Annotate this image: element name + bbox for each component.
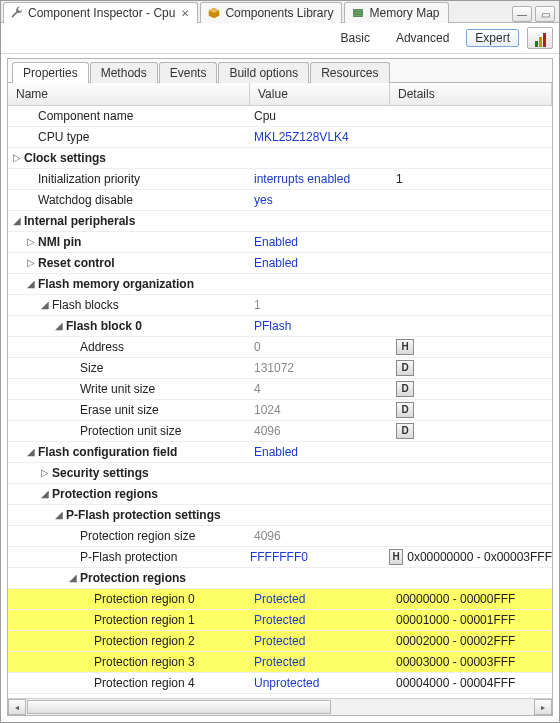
resource-graph-button[interactable]: [527, 27, 553, 49]
property-row[interactable]: ◦Erase unit size1024D: [8, 400, 552, 421]
scroll-right-button[interactable]: ▸: [534, 699, 552, 715]
property-name-cell[interactable]: ◦Size: [8, 358, 250, 378]
property-name-cell[interactable]: ◦Protection region 1: [8, 610, 250, 630]
dec-unit-badge[interactable]: D: [396, 381, 414, 397]
property-name-cell[interactable]: ◢Flash configuration field: [8, 442, 250, 462]
property-name-cell[interactable]: ▷Security settings: [8, 463, 250, 483]
collapse-toggle-icon[interactable]: ◢: [26, 275, 36, 293]
property-name-cell[interactable]: ◦Protection region 0: [8, 589, 250, 609]
property-value-cell[interactable]: Unprotected: [250, 674, 390, 692]
inner-tab-events[interactable]: Events: [159, 62, 218, 83]
property-name-cell[interactable]: ▷NMI pin: [8, 232, 250, 252]
property-value-cell[interactable]: Enabled: [250, 443, 390, 461]
property-name-cell[interactable]: ◢Flash memory organization: [8, 274, 250, 294]
expand-toggle-icon[interactable]: ▷: [40, 464, 50, 482]
property-name-cell[interactable]: ◦Component name: [8, 106, 250, 126]
property-row[interactable]: ◢Flash blocks1: [8, 295, 552, 316]
property-value-cell[interactable]: 4096: [250, 422, 390, 440]
property-row[interactable]: ◦Address0H: [8, 337, 552, 358]
property-row[interactable]: ▷Security settings: [8, 463, 552, 484]
property-row[interactable]: ◦Initialization priorityinterrupts enabl…: [8, 169, 552, 190]
property-value-cell[interactable]: Protected: [250, 590, 390, 608]
property-name-cell[interactable]: ◦Protection region 4: [8, 673, 250, 693]
inner-tab-resources[interactable]: Resources: [310, 62, 389, 83]
scroll-left-button[interactable]: ◂: [8, 699, 26, 715]
property-name-cell[interactable]: ◢Flash blocks: [8, 295, 250, 315]
property-value-cell[interactable]: Enabled: [250, 254, 390, 272]
property-value-cell[interactable]: yes: [250, 191, 390, 209]
property-row[interactable]: ◦Component nameCpu: [8, 106, 552, 127]
property-value-cell[interactable]: Protected: [250, 653, 390, 671]
property-row[interactable]: ◦Write unit size4D: [8, 379, 552, 400]
property-name-cell[interactable]: ◢P-Flash protection settings: [8, 505, 250, 525]
maximize-view-button[interactable]: ▭: [535, 6, 555, 22]
property-name-cell[interactable]: ◦Address: [8, 337, 250, 357]
property-value-cell[interactable]: Protected: [250, 611, 390, 629]
hex-unit-badge[interactable]: H: [389, 549, 403, 565]
property-value-cell[interactable]: FFFFFFF0: [246, 548, 383, 566]
property-value-cell[interactable]: PFlash: [250, 317, 390, 335]
property-name-cell[interactable]: ▷Reset control: [8, 253, 250, 273]
property-name-cell[interactable]: ◢Flash block 0: [8, 316, 250, 336]
property-row[interactable]: ◢P-Flash protection settings: [8, 505, 552, 526]
expand-toggle-icon[interactable]: ▷: [12, 149, 22, 167]
property-row[interactable]: ◢Internal peripherals: [8, 211, 552, 232]
collapse-toggle-icon[interactable]: ◢: [26, 443, 36, 461]
column-header-details[interactable]: Details: [390, 83, 552, 105]
scroll-thumb[interactable]: [27, 700, 331, 714]
property-value-cell[interactable]: Cpu: [250, 107, 390, 125]
horizontal-scrollbar[interactable]: ◂ ▸: [8, 698, 552, 715]
minimize-view-button[interactable]: —: [512, 6, 532, 22]
property-name-cell[interactable]: ◦Watchdog disable: [8, 190, 250, 210]
collapse-toggle-icon[interactable]: ◢: [54, 317, 64, 335]
tab-component-inspector[interactable]: Component Inspector - Cpu ✕: [3, 2, 198, 23]
property-name-cell[interactable]: ◦Protection region 3: [8, 652, 250, 672]
property-name-cell[interactable]: ▷Clock settings: [8, 148, 250, 168]
property-row[interactable]: ◦Watchdog disableyes: [8, 190, 552, 211]
column-header-value[interactable]: Value: [250, 83, 390, 105]
property-row[interactable]: ◢Flash memory organization: [8, 274, 552, 295]
collapse-toggle-icon[interactable]: ◢: [12, 212, 22, 230]
property-name-cell[interactable]: ◦Write unit size: [8, 379, 250, 399]
property-name-cell[interactable]: ◦Protection unit size: [8, 421, 250, 441]
property-row[interactable]: ◦Protection region 4Unprotected00004000 …: [8, 673, 552, 694]
property-row[interactable]: ▷Reset controlEnabled: [8, 253, 552, 274]
property-value-cell[interactable]: 0: [250, 338, 390, 356]
property-row[interactable]: ◦Size131072D: [8, 358, 552, 379]
hex-unit-badge[interactable]: H: [396, 339, 414, 355]
dec-unit-badge[interactable]: D: [396, 360, 414, 376]
property-row[interactable]: ◦Protection region 3Protected00003000 - …: [8, 652, 552, 673]
expand-toggle-icon[interactable]: ▷: [26, 254, 36, 272]
collapse-toggle-icon[interactable]: ◢: [40, 485, 50, 503]
property-value-cell[interactable]: 4096: [250, 527, 390, 545]
property-row[interactable]: ▷Clock settings: [8, 148, 552, 169]
view-mode-expert[interactable]: Expert: [466, 29, 519, 47]
close-icon[interactable]: ✕: [179, 8, 189, 19]
property-row[interactable]: ◦CPU typeMKL25Z128VLK4: [8, 127, 552, 148]
dec-unit-badge[interactable]: D: [396, 423, 414, 439]
expand-toggle-icon[interactable]: ▷: [26, 233, 36, 251]
property-row[interactable]: ◦Protection region 0Protected00000000 - …: [8, 589, 552, 610]
property-name-cell[interactable]: ◦Erase unit size: [8, 400, 250, 420]
properties-tree[interactable]: ◦Component nameCpu◦CPU typeMKL25Z128VLK4…: [8, 106, 552, 698]
inner-tab-properties[interactable]: Properties: [12, 62, 89, 83]
property-row[interactable]: ◦Protection region 1Protected00001000 - …: [8, 610, 552, 631]
collapse-toggle-icon[interactable]: ◢: [40, 296, 50, 314]
property-value-cell[interactable]: Protected: [250, 632, 390, 650]
dec-unit-badge[interactable]: D: [396, 402, 414, 418]
property-row[interactable]: ◦Protection unit size4096D: [8, 421, 552, 442]
property-row[interactable]: ◦Protection region size4096: [8, 526, 552, 547]
property-value-cell[interactable]: Enabled: [250, 233, 390, 251]
tab-components-library[interactable]: Components Library: [200, 2, 342, 23]
property-row[interactable]: ◢Flash configuration fieldEnabled: [8, 442, 552, 463]
property-row[interactable]: ▷NMI pinEnabled: [8, 232, 552, 253]
property-value-cell[interactable]: 1: [250, 296, 390, 314]
property-value-cell[interactable]: 1024: [250, 401, 390, 419]
view-mode-basic[interactable]: Basic: [332, 29, 379, 47]
property-row[interactable]: ◢Flash block 0PFlash: [8, 316, 552, 337]
collapse-toggle-icon[interactable]: ◢: [68, 569, 78, 587]
property-value-cell[interactable]: 131072: [250, 359, 390, 377]
property-name-cell[interactable]: ◢Protection regions: [8, 484, 250, 504]
property-name-cell[interactable]: ◢Protection regions: [8, 568, 250, 588]
inner-tab-methods[interactable]: Methods: [90, 62, 158, 83]
